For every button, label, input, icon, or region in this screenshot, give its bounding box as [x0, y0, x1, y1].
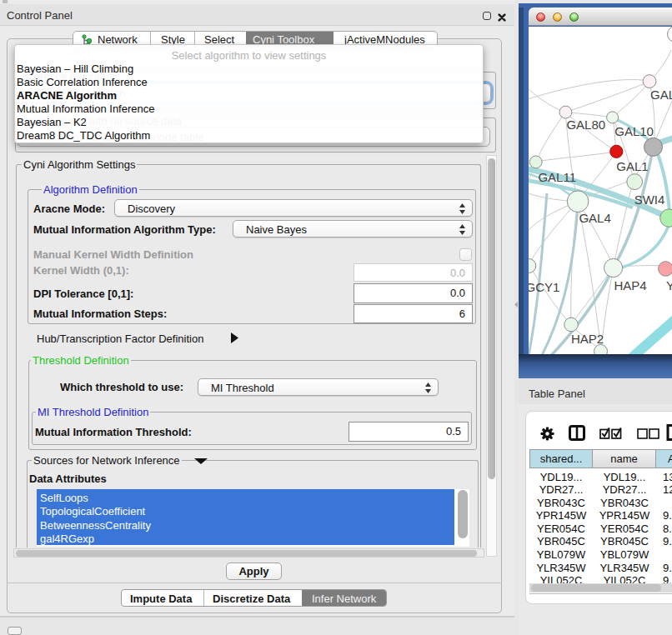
svg-text:HAP4: HAP4	[614, 278, 647, 292]
svg-text:GAL1: GAL1	[616, 159, 648, 173]
svg-text:YJ: YJ	[666, 278, 672, 292]
svg-text:GCY1: GCY1	[529, 280, 559, 294]
svg-text:GAL4: GAL4	[579, 211, 610, 225]
svg-text:HAP2: HAP2	[571, 332, 604, 346]
svg-text:GAL11: GAL11	[538, 170, 576, 184]
svg-text:SWI4: SWI4	[634, 192, 665, 207]
svg-text:GAL10: GAL10	[614, 124, 654, 138]
svg-text:GAL80: GAL80	[566, 118, 605, 132]
svg-text:GAL2: GAL2	[650, 88, 672, 102]
